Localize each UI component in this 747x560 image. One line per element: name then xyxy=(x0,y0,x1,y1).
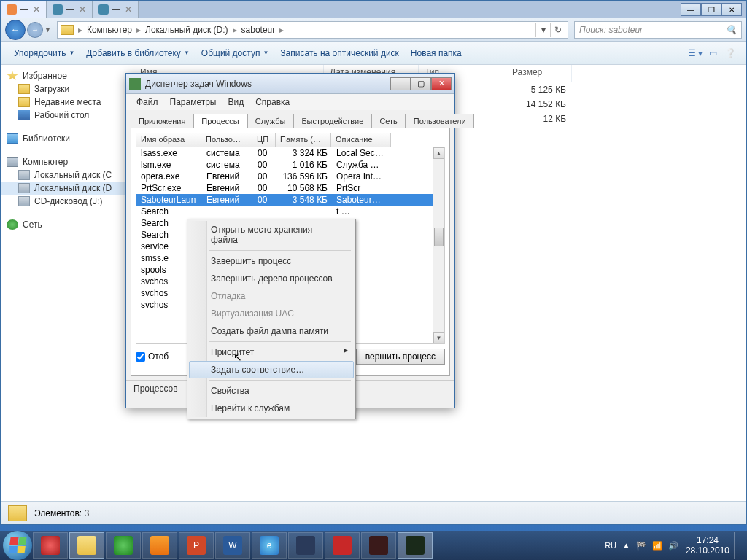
forward-button[interactable]: → xyxy=(27,22,43,38)
show-desktop-button[interactable] xyxy=(734,532,741,559)
sidebar-libraries[interactable]: Библиотеки xyxy=(1,132,128,145)
process-row[interactable]: opera.exeЕвгений00136 596 КБOpera Int… xyxy=(136,171,444,182)
close-button[interactable]: ✕ xyxy=(431,77,452,90)
close-button[interactable]: ✕ xyxy=(721,3,742,16)
new-folder-button[interactable]: Новая папка xyxy=(405,45,468,61)
maximize-button[interactable]: ▢ xyxy=(411,77,431,90)
search-icon: 🔍 xyxy=(726,25,737,35)
sidebar-computer[interactable]: Компьютер xyxy=(1,155,128,168)
view-options-icon[interactable]: ☰ ▾ xyxy=(686,46,704,61)
scroll-down-icon[interactable]: ▼ xyxy=(433,332,444,343)
share-button[interactable]: Общий доступ▼ xyxy=(196,45,275,61)
maximize-button[interactable]: ❐ xyxy=(701,3,721,16)
title-bar[interactable]: Диспетчер задач Windows — ▢ ✕ xyxy=(126,74,454,94)
context-menu-item[interactable]: Перейти к службам xyxy=(189,400,354,417)
sidebar-favorites[interactable]: Избранное xyxy=(1,69,128,82)
column-desc[interactable]: Описание xyxy=(331,133,391,147)
refresh-icon[interactable]: ↻ xyxy=(550,23,565,37)
tab-сеть[interactable]: Сеть xyxy=(371,114,405,128)
process-row[interactable]: lsm.exeсистема001 016 КБСлужба … xyxy=(136,159,444,171)
computer-icon xyxy=(7,157,18,167)
close-icon[interactable]: ✕ xyxy=(79,4,86,15)
taskbar-app-generic[interactable] xyxy=(325,532,360,559)
taskbar-app-powerpoint[interactable]: P xyxy=(179,532,214,559)
star-icon xyxy=(7,71,18,81)
organize-button[interactable]: Упорядочить▼ xyxy=(8,45,80,61)
tab-службы[interactable]: Службы xyxy=(247,114,294,128)
process-row[interactable]: Searcht … xyxy=(136,206,444,217)
column-header-size[interactable]: Размер xyxy=(506,65,572,82)
history-dropdown[interactable]: ▼ xyxy=(44,26,51,34)
browser-tab[interactable]: —✕ xyxy=(47,1,93,18)
scrollbar[interactable]: ▲ ▼ xyxy=(433,147,444,343)
context-menu-item[interactable]: Свойства xyxy=(189,382,354,400)
context-menu-item[interactable]: Задать соответствие… xyxy=(189,361,354,378)
process-row[interactable]: SaboteurLaunЕвгений003 548 КБSaboteur… xyxy=(136,194,444,206)
back-button[interactable]: ← xyxy=(5,20,26,40)
network-icon[interactable]: 📶 xyxy=(649,541,665,551)
crumb-drive[interactable]: Локальный диск (D:) xyxy=(142,25,231,35)
sidebar-item-downloads[interactable]: Загрузки xyxy=(1,82,128,96)
menu-file[interactable]: Файл xyxy=(131,96,164,109)
process-row[interactable]: lsass.exeсистема003 324 КБLocal Sec… xyxy=(136,147,444,159)
burn-button[interactable]: Записать на оптический диск xyxy=(274,45,405,61)
context-menu-item[interactable]: Завершить процесс xyxy=(189,252,354,270)
process-row[interactable]: PrtScr.exeЕвгений0010 568 КБPrtScr xyxy=(136,182,444,194)
column-user[interactable]: Пользо… xyxy=(201,133,252,147)
context-menu-item[interactable]: Приоритет xyxy=(189,343,354,361)
preview-pane-icon[interactable]: ▭ xyxy=(704,46,721,61)
tab-приложения[interactable]: Приложения xyxy=(131,114,193,128)
sidebar-item-drive-c[interactable]: Локальный диск (C xyxy=(1,168,128,182)
taskbar-app-taskmgr[interactable] xyxy=(398,532,433,559)
taskbar-app-word[interactable]: W xyxy=(215,532,250,559)
taskbar-app-mediaplayer[interactable] xyxy=(106,532,141,559)
taskbar-app-ie[interactable]: e xyxy=(252,532,287,559)
menu-help[interactable]: Справка xyxy=(249,96,295,109)
clock[interactable]: 17:24 28.10.2010 xyxy=(681,535,734,556)
tab-пользователи[interactable]: Пользователи xyxy=(406,114,474,128)
history-dropdown-icon[interactable]: ▾ xyxy=(535,23,550,37)
taskbar-app-opera[interactable] xyxy=(33,532,68,559)
crumb-folder[interactable]: saboteur xyxy=(239,25,279,35)
scroll-thumb[interactable] xyxy=(434,228,444,246)
tray-icon[interactable]: ▲ xyxy=(619,541,633,550)
sidebar-item-desktop[interactable]: Рабочий стол xyxy=(1,109,128,122)
taskbar: P W e RU ▲ 🏁 📶 🔊 17:24 28.10.2010 xyxy=(0,531,747,560)
taskbar-app-mediacenter[interactable] xyxy=(142,532,177,559)
close-icon[interactable]: ✕ xyxy=(125,4,132,15)
add-library-button[interactable]: Добавить в библиотеку▼ xyxy=(80,45,195,61)
column-cpu[interactable]: ЦП xyxy=(252,133,276,147)
context-menu-item[interactable]: Завершить дерево процессов xyxy=(189,270,354,287)
show-all-users-checkbox[interactable]: Отоб xyxy=(136,351,169,362)
tab-быстродействие[interactable]: Быстродействие xyxy=(293,114,371,128)
menu-options[interactable]: Параметры xyxy=(164,96,222,109)
browser-tab[interactable]: —✕ xyxy=(93,1,139,18)
sidebar-item-recent[interactable]: Недавние места xyxy=(1,96,128,109)
context-menu-item[interactable]: Создать файл дампа памяти xyxy=(189,322,354,340)
scroll-up-icon[interactable]: ▲ xyxy=(433,147,444,159)
minimize-button[interactable]: — xyxy=(681,3,701,16)
taskbar-app-generic[interactable] xyxy=(288,532,323,559)
tab-процессы[interactable]: Процессы xyxy=(193,114,247,128)
sidebar-item-drive-d[interactable]: Локальный диск (D xyxy=(1,182,128,195)
help-icon[interactable]: ❔ xyxy=(721,46,739,61)
flag-icon[interactable]: 🏁 xyxy=(633,541,649,551)
end-process-button[interactable]: вершить процесс xyxy=(356,349,445,365)
volume-icon[interactable]: 🔊 xyxy=(665,541,681,551)
column-memory[interactable]: Память (… xyxy=(276,133,331,147)
search-input[interactable]: Поиск: saboteur 🔍 xyxy=(574,21,742,39)
crumb-computer[interactable]: Компьютер xyxy=(84,25,135,35)
close-icon[interactable]: ✕ xyxy=(33,4,40,15)
sidebar-network[interactable]: Сеть xyxy=(1,218,128,231)
breadcrumb[interactable]: ▸ Компьютер ▸ Локальный диск (D:) ▸ sabo… xyxy=(57,21,568,39)
language-indicator[interactable]: RU xyxy=(602,541,619,550)
minimize-button[interactable]: — xyxy=(390,77,411,90)
context-menu-item[interactable]: Открыть место хранения файла xyxy=(189,221,354,249)
menu-view[interactable]: Вид xyxy=(222,96,249,109)
taskbar-app-generic[interactable] xyxy=(361,532,396,559)
column-image[interactable]: Имя образа xyxy=(136,133,201,147)
sidebar-item-cd[interactable]: CD-дисковод (J:) xyxy=(1,195,128,208)
start-button[interactable] xyxy=(3,531,32,560)
taskbar-app-explorer[interactable] xyxy=(69,532,104,559)
browser-tab[interactable]: —✕ xyxy=(1,1,47,18)
